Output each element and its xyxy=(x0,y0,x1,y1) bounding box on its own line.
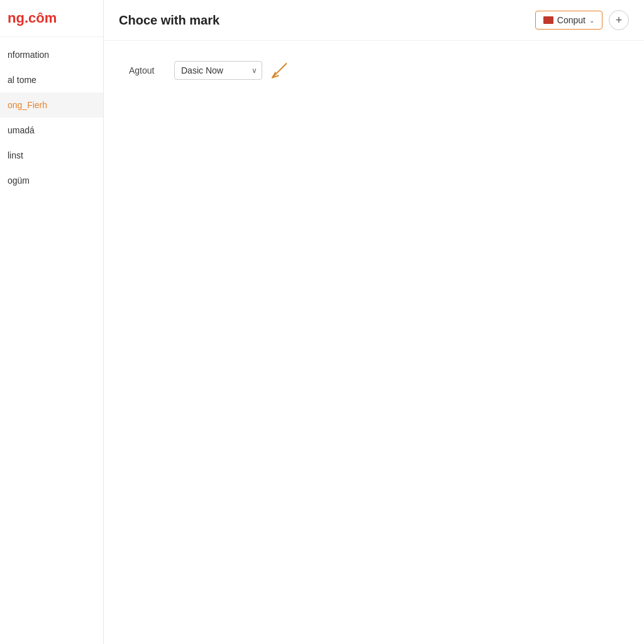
agtout-select[interactable]: Dasic Now Option 2 Option 3 xyxy=(174,61,262,80)
flag-icon xyxy=(543,16,553,24)
page-title: Choce with mark xyxy=(119,13,219,28)
sidebar-nav: nformation al tome ong_Fierh umadá linst… xyxy=(0,37,103,193)
conput-button[interactable]: Conput ⌄ xyxy=(535,11,602,30)
chevron-down-icon: ⌄ xyxy=(589,17,594,24)
header: Choce with mark Conput ⌄ + xyxy=(104,0,644,41)
app-container: ng.côm nformation al tome ong_Fierh umad… xyxy=(0,0,644,644)
sidebar-item-ong-fierh[interactable]: ong_Fierh xyxy=(0,92,103,118)
sidebar-item-information[interactable]: nformation xyxy=(0,42,103,67)
conput-button-label: Conput xyxy=(557,15,586,25)
sidebar-item-linst[interactable]: linst xyxy=(0,143,103,168)
sidebar: ng.côm nformation al tome ong_Fierh umad… xyxy=(0,0,104,644)
header-actions: Conput ⌄ + xyxy=(535,10,629,30)
form-row: Agtout Dasic Now Option 2 Option 3 xyxy=(129,61,619,80)
arrow-icon xyxy=(267,58,292,84)
sidebar-item-umada[interactable]: umadá xyxy=(0,118,103,143)
arrow-annotation xyxy=(267,58,292,86)
select-wrapper: Dasic Now Option 2 Option 3 xyxy=(174,61,262,80)
form-label: Agtout xyxy=(129,65,167,75)
add-button[interactable]: + xyxy=(609,10,629,30)
sidebar-logo: ng.côm xyxy=(0,0,103,37)
sidebar-item-ogum[interactable]: ogüm xyxy=(0,168,103,193)
main-content: Choce with mark Conput ⌄ + Agtout Dasic … xyxy=(104,0,644,644)
sidebar-item-al-tome[interactable]: al tome xyxy=(0,67,103,92)
page-body: Agtout Dasic Now Option 2 Option 3 xyxy=(104,41,644,644)
